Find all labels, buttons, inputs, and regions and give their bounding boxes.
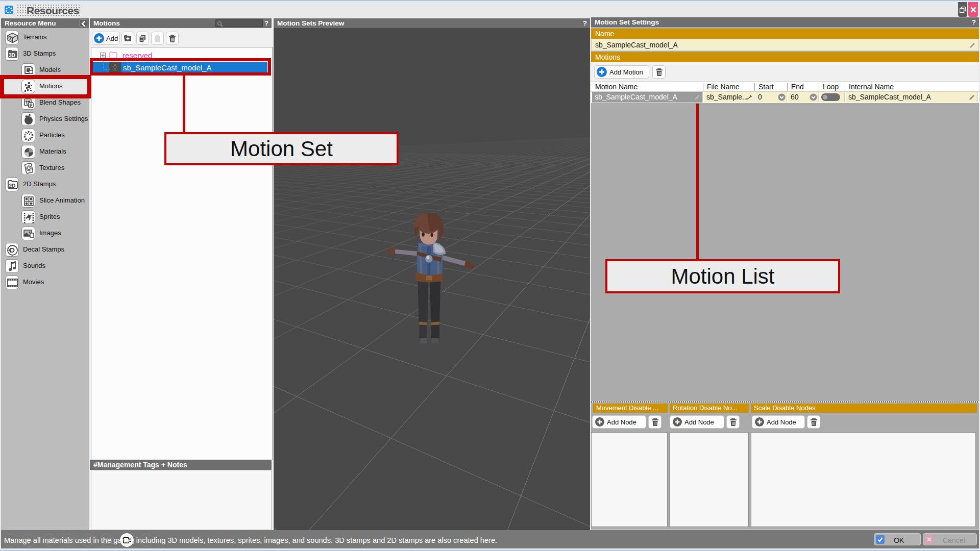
svg-text:3D: 3D: [9, 53, 15, 58]
svg-text:2D: 2D: [9, 183, 16, 189]
